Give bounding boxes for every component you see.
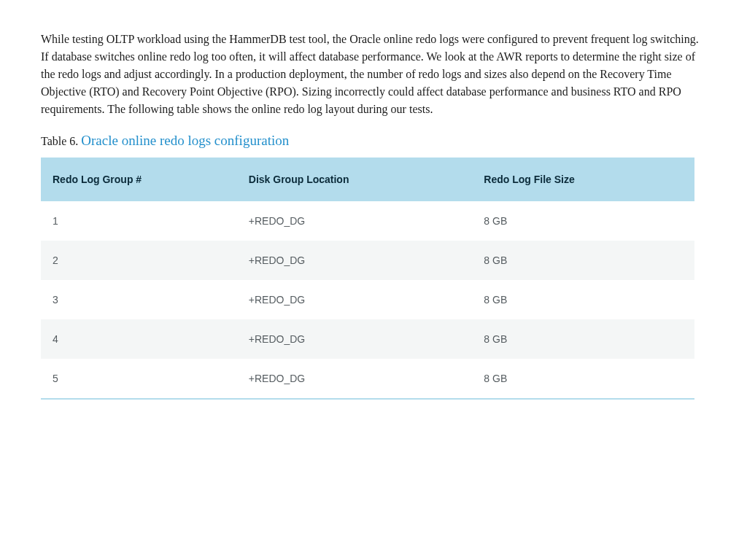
cell-group: 3 <box>41 280 237 319</box>
redo-log-table: Redo Log Group # Disk Group Location Red… <box>41 158 694 400</box>
table-header-row: Redo Log Group # Disk Group Location Red… <box>41 158 694 201</box>
table-row: 5 +REDO_DG 8 GB <box>41 359 694 399</box>
col-header-group: Redo Log Group # <box>41 158 237 201</box>
cell-location: +REDO_DG <box>237 319 473 359</box>
table-row: 4 +REDO_DG 8 GB <box>41 319 694 359</box>
cell-location: +REDO_DG <box>237 201 473 241</box>
col-header-location: Disk Group Location <box>237 158 473 201</box>
table-caption-title: Oracle online redo logs configuration <box>81 133 289 148</box>
cell-location: +REDO_DG <box>237 280 473 319</box>
table-row: 2 +REDO_DG 8 GB <box>41 241 694 280</box>
cell-group: 2 <box>41 241 237 280</box>
cell-location: +REDO_DG <box>237 241 473 280</box>
cell-location: +REDO_DG <box>237 359 473 399</box>
table-row: 3 +REDO_DG 8 GB <box>41 280 694 319</box>
table-caption-prefix: Table 6. <box>41 135 81 147</box>
table-caption: Table 6. Oracle online redo logs configu… <box>41 133 706 149</box>
body-paragraph: While testing OLTP workload using the Ha… <box>41 31 706 118</box>
cell-group: 5 <box>41 359 237 399</box>
cell-size: 8 GB <box>472 319 694 359</box>
cell-group: 1 <box>41 201 237 241</box>
cell-size: 8 GB <box>472 359 694 399</box>
cell-size: 8 GB <box>472 241 694 280</box>
table-row: 1 +REDO_DG 8 GB <box>41 201 694 241</box>
cell-group: 4 <box>41 319 237 359</box>
col-header-size: Redo Log File Size <box>472 158 694 201</box>
cell-size: 8 GB <box>472 201 694 241</box>
cell-size: 8 GB <box>472 280 694 319</box>
